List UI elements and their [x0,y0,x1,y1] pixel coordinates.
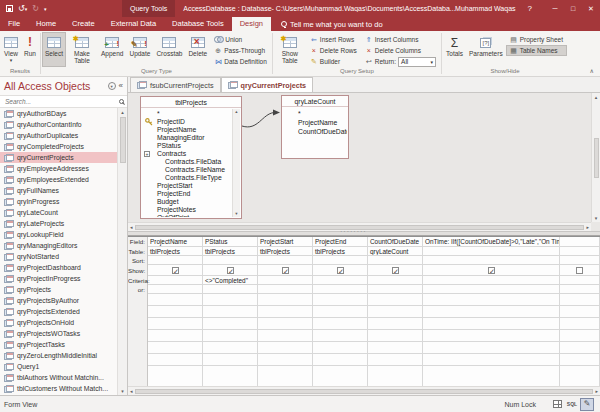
grid-empty-cell[interactable] [560,318,599,330]
pass-through-button[interactable]: ⊕Pass-Through [210,45,271,56]
table-field[interactable]: CountOfDueDate [283,127,347,136]
shutter-bar-close-icon[interactable]: « [119,82,123,90]
make-table-button[interactable]: ✱ Make Table [66,32,98,67]
grid-criteria-cell[interactable] [560,276,599,285]
grid-show-cell[interactable] [258,265,312,276]
grid-field-cell[interactable]: CountOfDueDate [368,237,422,247]
view-dropdown-icon[interactable]: ▾ [10,57,13,64]
grid-empty-cell[interactable] [423,354,559,366]
grid-empty-cell[interactable] [560,354,599,366]
table-field[interactable]: + ProjectNotes [142,206,232,214]
grid-criteria-cell[interactable] [148,276,202,285]
ribbon-tab[interactable]: File [0,17,28,31]
nav-item[interactable]: qryNotStarted [0,251,117,262]
scroll-right-icon[interactable]: ▸ [586,223,589,231]
nav-scrollbar[interactable]: ▴ ▾ [117,108,127,395]
insert-rows-button[interactable]: ⇐Insert Rows [306,34,361,45]
show-checkbox[interactable] [337,267,344,274]
search-icon[interactable] [119,99,124,104]
grid-empty-cell[interactable] [148,306,202,318]
scrollbar-thumb[interactable] [135,389,594,394]
grid-table-cell[interactable]: tblProjects [203,247,257,256]
account-name[interactable]: Muhammad Waqas [455,5,515,12]
query-table-pane[interactable]: tblProjects + * [128,93,600,222]
field-list-title[interactable]: qryLateCount [282,96,348,107]
grid-empty-cell[interactable] [423,306,559,318]
delete-columns-button[interactable]: ×Delete Columns [361,45,440,56]
field-list-tblProjects[interactable]: tblProjects + * [140,96,242,219]
nav-item[interactable]: qryAuthorDuplicates [0,130,117,141]
grid-empty-cell[interactable] [423,294,559,306]
field-list-title[interactable]: tblProjects [141,97,241,108]
grid-show-cell[interactable] [313,265,367,276]
grid-empty-cell[interactable] [560,306,599,318]
maximize-icon[interactable]: □ [564,0,582,17]
grid-or-cell[interactable] [368,285,422,294]
grid-empty-cell[interactable] [258,318,312,330]
grid-empty-cell[interactable] [560,294,599,306]
nav-item[interactable]: qryProjects [0,284,117,295]
grid-empty-cell[interactable] [368,354,422,366]
grid-empty-cell[interactable] [423,342,559,354]
nav-item[interactable]: qryLateProjects [0,218,117,229]
close-icon[interactable]: ✕ [582,0,600,17]
scroll-left-icon[interactable]: ◂ [130,387,133,395]
grid-empty-cell[interactable] [203,342,257,354]
scroll-up-icon[interactable]: ▴ [595,93,598,101]
grid-criteria-cell[interactable]: <>"Completed" [203,276,257,285]
parameters-button[interactable]: [?] Parameters [466,32,506,67]
scroll-down-icon[interactable]: ▾ [121,387,124,395]
grid-table-cell[interactable]: qryLateCount [368,247,422,256]
property-sheet-button[interactable]: ▤Property Sheet [506,34,567,45]
grid-sort-cell[interactable] [368,256,422,265]
grid-empty-cell[interactable] [203,318,257,330]
document-tab[interactable]: fsubCurrentProjects [130,77,221,92]
grid-table-cell[interactable] [560,247,599,256]
nav-item[interactable]: qryProjectsWOTasks [0,328,117,339]
grid-empty-cell[interactable] [203,354,257,366]
datasheet-view-icon[interactable] [550,398,564,411]
grid-criteria-cell[interactable] [368,276,422,285]
grid-empty-cell[interactable] [368,342,422,354]
pane-splitter[interactable] [128,231,600,236]
nav-pane-menu-icon[interactable]: ▾ [108,82,116,90]
grid-empty-cell[interactable] [423,330,559,342]
grid-sort-cell[interactable] [560,256,599,265]
table-field[interactable]: ProjectName [283,118,347,127]
nav-item[interactable]: qryProjectDashboard [0,262,117,273]
grid-empty-cell[interactable] [313,318,367,330]
show-checkbox[interactable] [282,267,289,274]
grid-sort-cell[interactable] [258,256,312,265]
scroll-right-icon[interactable]: ▸ [595,387,598,395]
grid-table-cell[interactable]: tblProjects [258,247,312,256]
nav-item[interactable]: qryEmployeeAddresses [0,163,117,174]
nav-item[interactable]: qryManagingEditors [0,240,117,251]
grid-criteria-cell[interactable] [423,276,559,285]
grid-criteria-cell[interactable] [258,276,312,285]
nav-item[interactable]: qryInProgress [0,196,117,207]
expand-icon[interactable]: + [144,151,150,157]
save-icon[interactable] [6,5,13,12]
table-field[interactable]: + Contracts.FileName [142,166,232,174]
grid-empty-cell[interactable] [368,306,422,318]
scroll-up-icon[interactable]: ▴ [235,109,237,115]
grid-empty-cell[interactable] [423,318,559,330]
nav-item[interactable]: Query1 [0,361,117,372]
nav-item[interactable]: qryAuthorContantInfo [0,119,117,130]
grid-sort-cell[interactable] [148,256,202,265]
grid-empty-cell[interactable] [148,318,202,330]
grid-empty-cell[interactable] [313,354,367,366]
field-list-qryLateCount[interactable]: qryLateCount * ProjectName [281,95,349,159]
show-checkbox[interactable] [392,267,399,274]
insert-columns-button[interactable]: ⇑Insert Columns [361,34,440,45]
grid-empty-cell[interactable] [258,294,312,306]
table-field[interactable]: + PStatus [142,142,232,150]
table-field[interactable]: + ProjectID [142,118,232,126]
scroll-left-icon[interactable]: ◂ [130,223,133,231]
delete-query-button[interactable]: × Delete [185,32,210,67]
grid-empty-cell[interactable] [313,342,367,354]
collapse-ribbon-icon[interactable]: ∧ [590,67,594,74]
grid-or-cell[interactable] [560,285,599,294]
grid-empty-cell[interactable] [148,354,202,366]
scroll-up-icon[interactable]: ▴ [121,108,124,116]
